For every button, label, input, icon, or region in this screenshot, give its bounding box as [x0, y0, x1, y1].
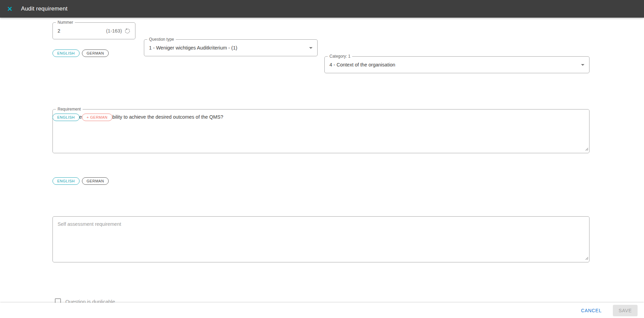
dialog-footer: CANCEL SAVE: [0, 303, 644, 318]
question-type-select[interactable]: Question type 1 - Weniger wichtiges Audi…: [144, 39, 318, 56]
resize-handle-icon[interactable]: [585, 146, 588, 152]
tab-english[interactable]: ENGLISH: [52, 49, 80, 57]
nummer-field: Nummer 2 (1-163): [52, 22, 135, 39]
save-button[interactable]: SAVE: [613, 305, 638, 316]
requirement-field: Requirement What issues impact the abili…: [52, 109, 589, 153]
self-assessment-textarea[interactable]: [53, 217, 589, 262]
tab-german[interactable]: GERMAN: [82, 49, 109, 57]
question-type-value: 1 - Weniger wichtiges Auditkriterium - (…: [149, 45, 237, 51]
dialog-title: Audit requirement: [21, 5, 68, 12]
dropdown-arrow-icon[interactable]: [581, 64, 584, 66]
category-value: 4 - Context of the organisation: [329, 62, 395, 67]
tab-german[interactable]: GERMAN: [82, 177, 109, 185]
self-assessment-field: [52, 216, 589, 262]
dialog-header: ✕ Audit requirement: [0, 0, 644, 18]
nummer-value[interactable]: 2: [58, 28, 60, 34]
tab-add-german[interactable]: + GERMAN: [82, 114, 112, 121]
requirement-language-tabs: ENGLISH GERMAN: [52, 49, 109, 57]
nummer-range-hint: (1-163): [106, 28, 122, 34]
nummer-label: Nummer: [56, 20, 75, 25]
category-label: Category: 1: [328, 54, 352, 59]
self-assessment-language-tabs: ENGLISH + GERMAN: [52, 114, 112, 121]
requirement-textarea[interactable]: What issues impact the ability to achiev…: [53, 110, 589, 153]
cancel-button[interactable]: CANCEL: [579, 305, 604, 316]
category-select[interactable]: Category: 1 4 - Context of the organisat…: [324, 56, 589, 73]
hint-language-tabs: ENGLISH GERMAN: [52, 177, 109, 185]
dialog-body: Nummer 2 (1-163) Question type 1 - Wenig…: [52, 18, 589, 318]
requirement-label: Requirement: [56, 107, 83, 112]
question-type-label: Question type: [147, 37, 176, 42]
tab-english[interactable]: ENGLISH: [52, 114, 80, 121]
refresh-icon[interactable]: [125, 28, 130, 34]
close-icon[interactable]: ✕: [7, 6, 13, 12]
dropdown-arrow-icon[interactable]: [309, 47, 313, 49]
resize-handle-icon[interactable]: [585, 255, 588, 261]
tab-english[interactable]: ENGLISH: [52, 177, 80, 185]
